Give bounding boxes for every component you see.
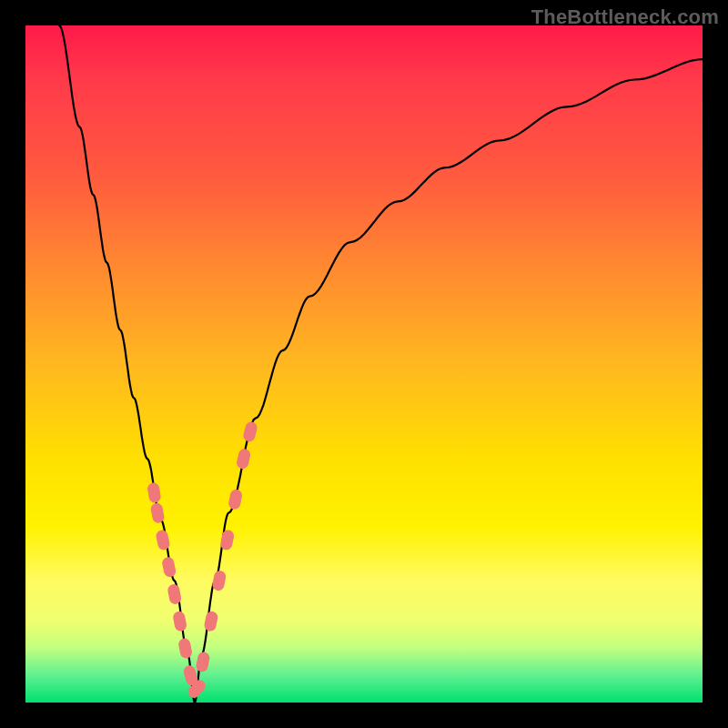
marker [167, 583, 182, 605]
marker [228, 489, 243, 511]
chart-frame: TheBottleneck.com [0, 0, 728, 728]
plot-area [25, 25, 703, 703]
marker [177, 637, 193, 659]
bottleneck-curve [59, 25, 703, 703]
marker-group [147, 420, 258, 700]
marker [203, 611, 218, 632]
marker [147, 481, 161, 503]
marker [150, 502, 166, 524]
marker [195, 651, 210, 672]
watermark-text: TheBottleneck.com [531, 5, 719, 29]
marker [155, 529, 170, 551]
marker [172, 611, 187, 632]
marker [211, 570, 227, 592]
chart-svg [25, 25, 703, 703]
marker [242, 420, 258, 442]
marker [219, 529, 235, 551]
marker [161, 556, 177, 578]
marker [236, 448, 251, 470]
